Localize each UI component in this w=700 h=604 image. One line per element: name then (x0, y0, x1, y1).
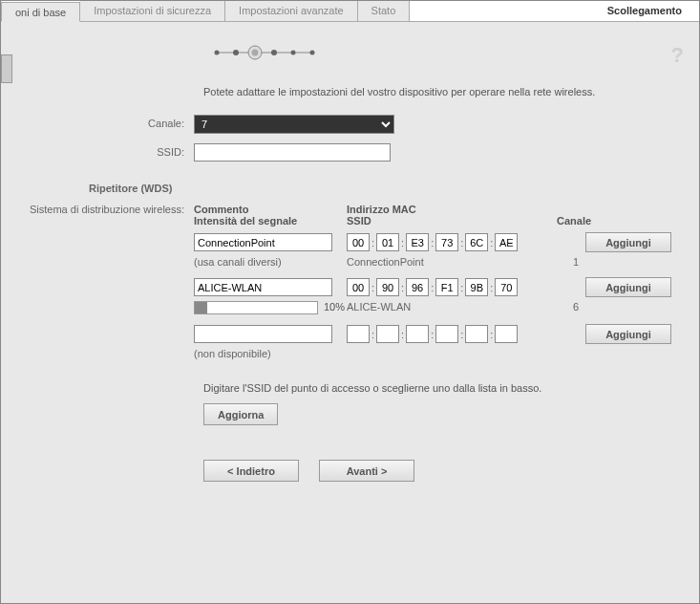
intro-text: Potete adattare le impostazioni del vost… (203, 85, 678, 99)
colon: : (431, 237, 434, 248)
wds-row-info: 10%ALICE-WLAN6 (194, 301, 678, 314)
wds-row-info: (usa canali diversi)ConnectionPoint1 (194, 256, 678, 268)
colon: : (401, 237, 404, 248)
svg-point-4 (252, 50, 259, 56)
mac-octet-input[interactable] (347, 278, 370, 296)
colon: : (371, 282, 374, 293)
add-button[interactable]: Aggiungi (585, 277, 671, 297)
mac-octet-input[interactable] (495, 233, 518, 251)
mac-octet-input[interactable] (465, 233, 488, 251)
mac-octet-input[interactable] (376, 233, 399, 251)
wds-comment-input[interactable] (194, 278, 332, 296)
wds-info-ssid: ConnectionPoint (347, 256, 547, 268)
colon: : (490, 282, 493, 293)
wds-note: (usa canali diversi) (194, 256, 347, 268)
colon: : (460, 237, 463, 248)
svg-point-2 (233, 50, 239, 55)
col-ssid: SSID (347, 215, 557, 226)
wds-comment-input[interactable] (194, 325, 332, 343)
mac-octet-input[interactable] (465, 325, 488, 343)
col-comment: Commento (194, 204, 347, 215)
next-button[interactable]: Avanti > (319, 460, 414, 482)
wds-row: :::::Aggiungi (194, 277, 678, 297)
colon: : (431, 282, 434, 293)
repeater-heading: Ripetitore (WDS) (89, 183, 678, 194)
mac-octet-input[interactable] (406, 278, 429, 296)
svg-point-5 (271, 50, 277, 55)
mac-octet-input[interactable] (376, 278, 399, 296)
colon: : (371, 329, 374, 340)
ssid-label: SSID: (22, 143, 194, 158)
tab-basic[interactable]: oni di base (1, 2, 80, 22)
colon: : (431, 329, 434, 340)
signal-bar (194, 301, 318, 314)
add-button[interactable]: Aggiungi (585, 324, 671, 344)
wds-info-channel: 6 (547, 301, 605, 314)
mac-octet-input[interactable] (406, 233, 429, 251)
ssid-input[interactable] (194, 143, 391, 162)
col-strength: Intensità del segnale (194, 215, 347, 226)
colon: : (401, 282, 404, 293)
ssid-hint: Digitare l'SSID del punto di accesso o s… (203, 382, 678, 394)
wds-comment-input[interactable] (194, 233, 332, 251)
mac-octet-input[interactable] (376, 325, 399, 343)
back-button[interactable]: < Indietro (203, 460, 299, 482)
mac-octet-input[interactable] (495, 278, 518, 296)
add-button[interactable]: Aggiungi (585, 232, 671, 252)
signal-pct: 10% (324, 301, 345, 313)
colon: : (401, 329, 404, 340)
wds-note: (non disponibile) (194, 348, 347, 359)
colon: : (460, 282, 463, 293)
mac-octet-input[interactable] (347, 233, 370, 251)
wds-row: :::::Aggiungi (194, 232, 678, 252)
svg-point-1 (215, 51, 220, 55)
wds-info-channel: 1 (547, 256, 605, 268)
colon: : (371, 237, 374, 248)
col-channel: Canale (557, 215, 614, 226)
wds-row: :::::Aggiungi (194, 324, 678, 344)
mac-octet-input[interactable] (495, 325, 518, 343)
wizard-steps (213, 45, 678, 60)
help-icon[interactable]: ? (671, 43, 684, 68)
wds-info-channel (547, 348, 605, 359)
tab-security[interactable]: Impostazioni di sicurezza (80, 1, 225, 21)
col-mac: Indirizzo MAC (347, 204, 557, 215)
mac-octet-input[interactable] (347, 325, 370, 343)
channel-label: Canale: (22, 115, 194, 129)
logout-link[interactable]: Scollegamento (590, 1, 699, 21)
tab-advanced[interactable]: Impostazioni avanzate (225, 1, 357, 21)
mac-octet-input[interactable] (406, 325, 429, 343)
channel-select[interactable]: 7 (194, 115, 394, 134)
wds-info-ssid (347, 348, 547, 359)
svg-point-6 (291, 51, 296, 55)
tab-status[interactable]: Stato (358, 1, 411, 21)
wds-row-info: (non disponibile) (194, 348, 678, 359)
colon: : (490, 329, 493, 340)
wds-label: Sistema di distribuzione wireless: (22, 204, 194, 369)
refresh-button[interactable]: Aggiorna (203, 403, 278, 425)
mac-octet-input[interactable] (435, 278, 458, 296)
mac-octet-input[interactable] (435, 233, 458, 251)
wds-info-ssid: ALICE-WLAN (347, 301, 547, 314)
mac-octet-input[interactable] (435, 325, 458, 343)
mac-octet-input[interactable] (465, 278, 488, 296)
colon: : (490, 237, 493, 248)
colon: : (460, 329, 463, 340)
svg-point-7 (310, 51, 315, 55)
